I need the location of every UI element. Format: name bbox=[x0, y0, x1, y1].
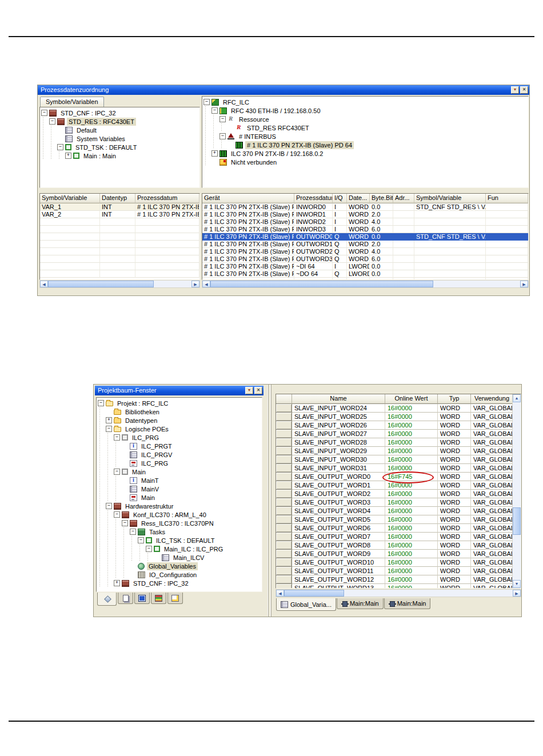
tree-view-tab-page-yellow[interactable] bbox=[167, 593, 183, 604]
table-row[interactable]: VAR_1INT# 1 ILC 370 PN 2TX-IB (Slave) bbox=[40, 203, 199, 211]
tree-item[interactable]: −Logische POEs bbox=[97, 425, 262, 433]
row-selector[interactable] bbox=[276, 413, 292, 421]
scrollbar-track[interactable] bbox=[433, 281, 520, 287]
tree-item-label[interactable]: Nicht verbunden bbox=[229, 158, 278, 166]
tree-item-label[interactable]: Main bbox=[139, 494, 157, 502]
variable-row[interactable]: SLAVE_OUTPUT_WORD516#0000WORDVAR_GLOBAL bbox=[276, 515, 513, 524]
tree-item[interactable]: −Main bbox=[97, 467, 262, 476]
tree-item[interactable]: STD_RES RFC430ET bbox=[202, 123, 528, 132]
variable-row[interactable]: SLAVE_INPUT_WORD2716#0000WORDVAR_GLOBAL bbox=[276, 430, 513, 438]
table-row[interactable] bbox=[40, 241, 199, 248]
horizontal-scrollbar[interactable]: ◀ ▶ bbox=[202, 280, 529, 288]
row-selector[interactable] bbox=[276, 438, 292, 447]
column-header[interactable]: Typ bbox=[438, 394, 471, 404]
variable-row[interactable]: SLAVE_OUTPUT_WORD116#0000WORDVAR_GLOBAL bbox=[276, 481, 513, 490]
row-selector[interactable] bbox=[276, 430, 292, 438]
shade-icon[interactable]: ▾ bbox=[245, 387, 253, 394]
column-header[interactable]: Adr... bbox=[393, 194, 414, 203]
tree-item-label[interactable]: STD_TSK : DEFAULT bbox=[74, 143, 138, 151]
tree-collapse-icon[interactable]: − bbox=[49, 118, 55, 125]
row-selector[interactable] bbox=[276, 464, 292, 473]
tree-collapse-icon[interactable]: − bbox=[57, 144, 63, 150]
table-row[interactable] bbox=[40, 233, 199, 241]
variable-row[interactable]: SLAVE_OUTPUT_WORD1016#0000WORDVAR_GLOBAL bbox=[276, 558, 513, 567]
tree-expand-icon[interactable]: + bbox=[211, 150, 218, 157]
scroll-right-icon[interactable]: ▶ bbox=[191, 281, 199, 287]
tree-collapse-icon[interactable]: − bbox=[122, 520, 128, 526]
tree-item[interactable]: Global_Variables bbox=[97, 562, 262, 570]
tree-collapse-icon[interactable]: − bbox=[211, 107, 218, 114]
tree-item-label[interactable]: STD_CNF : IPC_32 bbox=[59, 109, 118, 117]
scroll-right-icon[interactable]: ▶ bbox=[520, 281, 528, 287]
row-selector[interactable] bbox=[276, 541, 292, 550]
worksheet-tab[interactable]: Main:Main bbox=[384, 598, 431, 609]
worksheet-tab[interactable]: Global_Varia... bbox=[276, 598, 336, 611]
table-row[interactable] bbox=[40, 270, 199, 278]
column-header[interactable]: Gerät bbox=[202, 194, 294, 203]
tree-item-label[interactable]: ILC_PRGV bbox=[139, 451, 174, 459]
tree-item-label[interactable]: ILC_PRG bbox=[130, 434, 161, 442]
table-row[interactable]: # 1 ILC 370 PN 2TX-IB (Slave) PD 64INWOR… bbox=[202, 226, 528, 233]
tree-item[interactable]: Bibliotheken bbox=[97, 407, 262, 416]
tree-item-label[interactable]: ILC_PRG bbox=[139, 459, 170, 467]
tree-item-label[interactable]: ILC 370 PN 2TX-IB / 192.168.0.2 bbox=[229, 150, 325, 158]
tree-item-label[interactable]: ILC_PRGT bbox=[139, 442, 174, 450]
close-icon[interactable]: ✕ bbox=[520, 86, 528, 94]
table-row[interactable]: VAR_2INT# 1 ILC 370 PN 2TX-IB (Slave) bbox=[40, 211, 199, 218]
tree-collapse-icon[interactable]: − bbox=[106, 426, 112, 432]
table-row[interactable] bbox=[40, 226, 199, 233]
tree-item-label[interactable]: Main_ILC : ILC_PRG bbox=[162, 545, 225, 553]
row-selector[interactable] bbox=[276, 481, 292, 490]
variable-row[interactable]: SLAVE_INPUT_WORD3116#0000WORDVAR_GLOBAL bbox=[276, 464, 513, 473]
tree-item[interactable]: IO_Configuration bbox=[97, 570, 262, 579]
column-header[interactable]: Online Wert bbox=[385, 394, 438, 404]
variable-row[interactable]: SLAVE_OUTPUT_WORD716#0000WORDVAR_GLOBAL bbox=[276, 533, 513, 541]
vertical-scrollbar[interactable]: ▲ ▼ bbox=[512, 394, 521, 588]
column-header[interactable]: Symbol/Variable bbox=[40, 194, 100, 203]
table-row[interactable]: # 1 ILC 370 PN 2TX-IB (Slave) PD 64OUTWO… bbox=[202, 241, 528, 248]
variable-row[interactable]: SLAVE_OUTPUT_WORD916#0000WORDVAR_GLOBAL bbox=[276, 550, 513, 558]
column-header[interactable]: Prozessdatum bbox=[135, 194, 199, 203]
worksheet-tab[interactable]: Main:Main bbox=[337, 598, 384, 609]
column-header[interactable]: Verwendung bbox=[471, 394, 513, 404]
tree-collapse-icon[interactable]: − bbox=[146, 546, 152, 552]
tree-item-label[interactable]: MainV bbox=[139, 485, 161, 493]
horizontal-scrollbar[interactable]: ◀ ▶ bbox=[276, 589, 521, 597]
tree-item[interactable]: −ILC_PRG bbox=[97, 433, 262, 442]
horizontal-scrollbar[interactable]: ◀ ▶ bbox=[39, 280, 200, 288]
row-selector[interactable] bbox=[276, 421, 292, 430]
tree-item[interactable]: −ILC_TSK : DEFAULT bbox=[97, 536, 262, 545]
tree-item-label[interactable]: Konf_ILC370 : ARM_L_40 bbox=[131, 511, 208, 519]
tree-item[interactable]: −STD_TSK : DEFAULT bbox=[40, 143, 199, 151]
scrollbar-thumb[interactable] bbox=[513, 507, 521, 535]
tree-item[interactable]: Default bbox=[40, 126, 199, 134]
scroll-left-icon[interactable]: ◀ bbox=[276, 590, 284, 597]
tree-collapse-icon[interactable]: − bbox=[98, 400, 104, 406]
column-header[interactable]: Byte.Bit bbox=[370, 194, 393, 203]
row-selector[interactable] bbox=[276, 404, 292, 413]
tree-item[interactable]: Main_ILCV bbox=[97, 553, 262, 562]
tree-item-label[interactable]: Main : Main bbox=[82, 152, 118, 160]
scroll-left-icon[interactable]: ◀ bbox=[202, 281, 210, 287]
tree-item[interactable]: −RFC_ILC bbox=[202, 98, 528, 106]
tree-item[interactable]: +Datentypen bbox=[97, 416, 262, 425]
tree-item-label[interactable]: IO_Configuration bbox=[147, 571, 198, 579]
row-selector[interactable] bbox=[276, 455, 292, 464]
tree-expand-icon[interactable]: + bbox=[65, 153, 71, 159]
variable-row[interactable]: SLAVE_INPUT_WORD3016#0000WORDVAR_GLOBAL bbox=[276, 455, 513, 464]
tree-item-label[interactable]: RFC 430 ETH-IB / 192.168.0.50 bbox=[229, 107, 322, 115]
tree-item[interactable]: Nicht verbunden bbox=[202, 158, 528, 166]
table-row[interactable]: # 1 ILC 370 PN 2TX-IB (Slave) PD 64OUTWO… bbox=[202, 255, 528, 263]
table-row[interactable]: # 1 ILC 370 PN 2TX-IB (Slave) PD 64~DI 6… bbox=[202, 263, 528, 270]
scrollbar-thumb[interactable] bbox=[284, 590, 344, 597]
variable-row[interactable]: SLAVE_INPUT_WORD2816#0000WORDVAR_GLOBAL bbox=[276, 438, 513, 447]
tree-item-label[interactable]: Logische POEs bbox=[123, 425, 170, 433]
tree-item-label[interactable]: Hardwarestruktur bbox=[123, 502, 175, 510]
table-row[interactable] bbox=[40, 263, 199, 270]
column-header[interactable]: Datentyp bbox=[100, 194, 135, 203]
tree-collapse-icon[interactable]: − bbox=[138, 537, 144, 543]
variable-row[interactable]: SLAVE_INPUT_WORD2416#0000WORDVAR_GLOBAL bbox=[276, 404, 513, 413]
scrollbar-track[interactable] bbox=[344, 590, 513, 597]
column-header[interactable]: I/Q bbox=[333, 194, 347, 203]
tree-item[interactable]: ILC_PRG bbox=[97, 459, 262, 467]
